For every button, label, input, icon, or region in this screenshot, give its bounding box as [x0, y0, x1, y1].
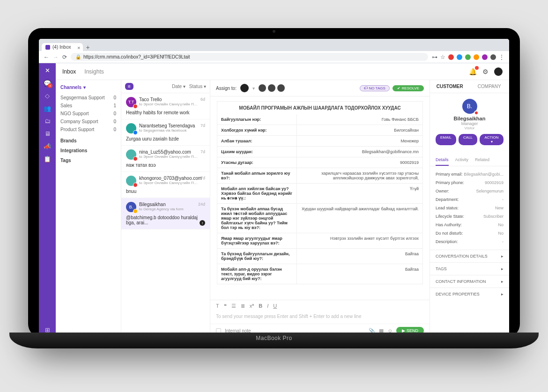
sort-date[interactable]: Date ▾ — [172, 84, 185, 89]
accordion-header[interactable]: CONVERSATION DETAILS▸ — [430, 250, 509, 262]
detail-row: Has Authority:No — [436, 221, 504, 229]
menu-icon[interactable]: ⋮ — [499, 54, 504, 60]
webcam — [273, 30, 275, 33]
browser-tab-strip: (4) Inbox × + — [39, 39, 509, 51]
accordion-header[interactable]: TAGS▸ — [430, 262, 509, 275]
extension-icon[interactable] — [482, 54, 488, 60]
tab-company[interactable]: COMPANY — [470, 80, 510, 93]
form-row: Байгууллагын нэр:Говь Финанс ББСБ — [217, 114, 423, 125]
reports-icon[interactable]: 📋 — [44, 155, 51, 163]
subtab-activity[interactable]: Activity — [455, 155, 469, 166]
detail-row: Lead status:New — [436, 204, 504, 212]
extension-icon[interactable] — [457, 54, 462, 60]
sort-status[interactable]: Status ▾ — [189, 84, 206, 89]
no-tags-pill[interactable]: 🏷 NO TAGS — [360, 85, 390, 91]
forward-icon[interactable]: → — [53, 54, 59, 60]
campaigns-icon[interactable]: 📣 — [44, 143, 51, 150]
italic-icon[interactable]: I — [267, 303, 268, 309]
laptop-brand: MacBook Pro — [256, 335, 292, 341]
tab-inbox[interactable]: Inbox — [62, 68, 76, 75]
key-icon[interactable]: ⊶ — [432, 54, 437, 60]
chevron-right-icon: ▸ — [501, 266, 504, 271]
inbox-icon[interactable]: 💬+ — [44, 80, 51, 87]
subtab-details[interactable]: Details — [436, 155, 449, 166]
app-topbar: Inbox Insights 🔔 ⚙ — [56, 63, 509, 80]
channel-item[interactable]: Sales1 — [60, 102, 116, 110]
conversation-item[interactable]: khongoroo_0703@yahoo.comto Эрхэт Онлайн … — [121, 172, 210, 198]
close-icon[interactable]: × — [77, 45, 80, 51]
superscript-icon[interactable]: xª — [250, 303, 254, 309]
list-bullet-icon[interactable]: ☰ — [231, 303, 236, 309]
underline-icon[interactable]: U — [273, 303, 277, 309]
accordion-header[interactable]: DEVICE PROPERTIES▸ — [430, 288, 509, 300]
chevron-right-icon: ▸ — [501, 292, 504, 296]
deals-icon[interactable]: 🗂 — [44, 118, 51, 125]
channel-item[interactable]: Product Support0 — [60, 126, 116, 133]
conversation-list: ≡ Date ▾ Status ▾ T.TTaco Trelloto Эрхэт… — [121, 80, 210, 337]
call-button[interactable]: CALL — [459, 134, 477, 145]
back-icon[interactable]: ← — [44, 54, 49, 60]
reload-icon[interactable]: ⟳ — [62, 54, 67, 60]
laptop-mockup: (4) Inbox × + ← → ⟳ 🔒 https://crm.nmma.c… — [0, 0, 548, 392]
assignee-avatar[interactable] — [240, 84, 249, 92]
message-input[interactable]: To send your message press Enter and Shi… — [210, 312, 430, 324]
monitor-icon[interactable]: 🖥 — [44, 130, 51, 137]
logo-icon[interactable]: ✕ — [45, 67, 50, 74]
form-row: Танай мобайл аппын зорилго юу вэ?:харилц… — [217, 168, 423, 184]
email-button[interactable]: EMAIL — [436, 134, 456, 145]
quote-icon[interactable]: ❝ — [224, 303, 227, 309]
browser-extensions: ⊶ ☆ ⋮ — [432, 54, 504, 60]
chevron-right-icon: ▸ — [501, 279, 504, 284]
conversation-list-header: ≡ Date ▾ Status ▾ — [121, 80, 210, 93]
chevron-down-icon[interactable]: ▾ — [83, 85, 86, 90]
channels-panel: Channels ▾ Segsgermaa Support0 Sales1 NG… — [56, 80, 121, 337]
conversation-item[interactable]: Narantsetseg Tserendagvato Segsgermaa vi… — [121, 119, 210, 146]
conversation-main: Assign to: ▾ 🏷 NO TAGS ✔ RESOLVE — [210, 80, 430, 337]
form-row: Цахим шуудан:Bilegsaikhan@gobifinance.mn — [217, 147, 423, 157]
conversation-item[interactable]: nina_Luz55@yahoo.comto Эрхэт Онлайн Санх… — [121, 146, 210, 172]
form-row: Холбогдох хүний нэр:Билэгсайхан — [217, 125, 423, 136]
detail-row: Do not disturb:No — [436, 229, 504, 237]
form-row: Та бүхэнд байгууллагын дизайн, брэндбүүк… — [217, 249, 423, 264]
notifications-icon[interactable]: 🔔 — [469, 68, 477, 75]
team-icon[interactable]: 👥 — [44, 105, 51, 112]
channel-item[interactable]: Segsgermaa Support0 — [60, 94, 116, 102]
accordion-header[interactable]: CONTACT INFORMATION▸ — [430, 275, 509, 288]
settings-icon[interactable]: ⚙ — [482, 68, 489, 75]
browser-tab[interactable]: (4) Inbox × — [42, 43, 83, 51]
bold-icon[interactable]: B — [259, 303, 262, 309]
user-avatar[interactable] — [494, 67, 503, 76]
conversation-item[interactable]: T.TTaco Trelloto Эрхэт Онлайн Санхүүгийн… — [121, 93, 210, 119]
details-panel: CUSTOMER COMPANY B. Bilegsaikhan Manager… — [430, 80, 509, 337]
filter-button[interactable]: ≡ — [125, 83, 133, 90]
group-tags[interactable]: Tags — [60, 158, 116, 163]
form-title: МОБАЙЛ ПРОГРАМЫН АЖЛЫН ШААРДЛАГА ТОДОРХО… — [217, 101, 423, 114]
app-side-rail: ✕ 💬+ ◇ 👥 🗂 🖥 📣 📋 ⊞ — [39, 63, 56, 337]
channel-item[interactable]: NGO Support0 — [60, 110, 116, 118]
tab-insights[interactable]: Insights — [84, 68, 104, 75]
new-tab-button[interactable]: + — [86, 44, 89, 51]
action-dropdown[interactable]: ACTION ▾ — [480, 134, 504, 145]
address-bar[interactable]: 🔒 https://crm.nmma.co/inbox?_id=3iPENfTf… — [71, 53, 428, 61]
contacts-icon[interactable]: ◇ — [45, 92, 50, 99]
star-icon[interactable]: ☆ — [440, 54, 445, 60]
extension-icon[interactable] — [474, 54, 479, 60]
list-number-icon[interactable]: ≣ — [241, 303, 245, 309]
group-brands[interactable]: Brands — [60, 138, 116, 143]
text-icon[interactable]: T — [216, 303, 219, 309]
conversation-item[interactable]: B.Bilegsaikhanto Gerege Agency via form2… — [121, 198, 210, 229]
extension-icon[interactable] — [448, 54, 454, 60]
resolve-button[interactable]: ✔ RESOLVE — [392, 85, 424, 91]
profile-avatar[interactable] — [490, 54, 496, 60]
form-row: Ямар ямар агуулгуудыг ямар бүтэцтэйгээр … — [217, 233, 423, 249]
participants[interactable] — [259, 84, 285, 92]
channel-item[interactable]: Company Support0 — [60, 118, 116, 126]
chevron-right-icon: ▸ — [501, 254, 504, 259]
subtab-related[interactable]: Related — [475, 155, 489, 166]
group-integrations[interactable]: Integrations — [60, 148, 116, 153]
customer-name: Bilegsaikhan — [436, 116, 504, 121]
tab-customer[interactable]: CUSTOMER — [430, 80, 470, 93]
extension-icon[interactable] — [465, 54, 471, 60]
detail-row: Owner:Selengemurun — [436, 187, 504, 195]
chevron-down-icon[interactable]: ▾ — [252, 86, 255, 91]
